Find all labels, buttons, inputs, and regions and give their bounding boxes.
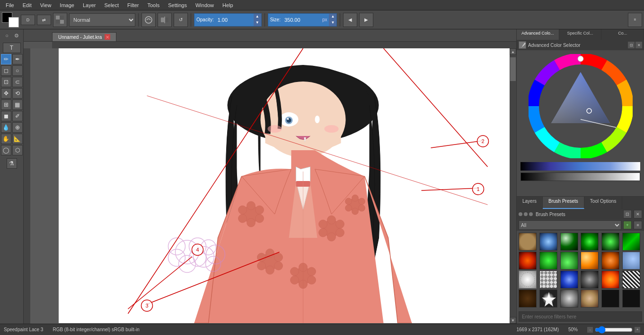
brush-cell-7[interactable] — [519, 252, 537, 270]
toolbar-pattern-btn[interactable] — [53, 13, 67, 27]
color-panel-float-btn[interactable]: ⊡ — [628, 42, 635, 48]
tab-layers[interactable]: Layers — [517, 197, 543, 209]
brush-add-btn[interactable]: + — [623, 221, 632, 229]
toolbar-stamp-btn[interactable] — [141, 13, 156, 27]
toolbar-extra-btn[interactable]: ≡ — [628, 13, 642, 27]
brush-cell-22[interactable] — [581, 290, 599, 308]
tool-shape[interactable]: ○ — [12, 65, 23, 76]
tool-transform[interactable]: ⟲ — [12, 88, 23, 99]
scroll-down-btn[interactable]: ▼ — [510, 317, 516, 324]
tool-move[interactable]: ✥ — [1, 88, 11, 99]
scroll-thumb-v[interactable] — [510, 57, 516, 81]
brush-cell-14[interactable] — [539, 271, 557, 289]
brush-cell-5[interactable] — [601, 233, 619, 251]
brush-cell-21[interactable] — [560, 290, 578, 308]
brush-cell-15[interactable] — [560, 271, 578, 289]
tool-select-rect[interactable]: ⊡ — [1, 77, 11, 87]
menu-window[interactable]: Window — [192, 1, 218, 9]
menu-settings[interactable]: Settings — [164, 1, 191, 9]
toolbox-icon-1[interactable]: ○ — [3, 31, 11, 40]
brush-cell-9[interactable] — [560, 252, 578, 270]
toolbar-mirror-h-btn[interactable] — [158, 13, 172, 27]
menu-image[interactable]: Image — [56, 1, 78, 9]
size-input[interactable]: 350.00 — [282, 17, 320, 23]
toolbox-icon-2[interactable]: ⚙ — [12, 31, 21, 40]
color-tab-specific[interactable]: Specific Col... — [559, 29, 602, 40]
blend-mode-select[interactable]: Normal — [69, 13, 135, 27]
brush-cell-11[interactable] — [601, 252, 619, 270]
menu-help[interactable]: Help — [219, 1, 237, 9]
vertical-scrollbar[interactable]: ▲ ▼ — [510, 48, 516, 324]
opacity-input[interactable]: 1.00 — [216, 17, 254, 23]
brush-cell-12[interactable] — [622, 252, 640, 270]
brush-cell-19[interactable] — [519, 290, 537, 308]
tool-gradient[interactable]: ▦ — [12, 100, 23, 110]
brush-cell-1[interactable] — [519, 233, 537, 251]
menu-view[interactable]: View — [36, 1, 55, 9]
brush-panel-float-btn[interactable]: ⊡ — [623, 210, 632, 218]
canvas-tab-active[interactable]: Unnamed - Juliet.kra ✕ — [52, 32, 116, 41]
menu-select[interactable]: Select — [100, 1, 123, 9]
toolbar-arrow-right-btn[interactable]: ▶ — [359, 13, 373, 27]
menu-filter[interactable]: Filter — [124, 1, 142, 9]
brush-cell-17[interactable] — [601, 271, 619, 289]
toolbar-arrow-left-btn[interactable]: ◀ — [343, 13, 357, 27]
tool-colorpick[interactable]: 💧 — [1, 122, 11, 133]
color-eyedropper-btn[interactable] — [519, 41, 526, 49]
tool-paint[interactable]: ✏ — [1, 54, 11, 64]
toolbar-swap-color-btn[interactable]: ⇄ — [37, 15, 51, 25]
zoom-in-btn[interactable]: + — [635, 327, 640, 333]
brush-cell-3[interactable] — [560, 233, 578, 251]
color-tab-other[interactable]: Co... — [601, 29, 644, 40]
canvas-wrapper[interactable]: 1 2 3 4 ▲ ▼ — [24, 48, 516, 324]
brush-filter-select[interactable]: All Basic Digital Ink — [519, 220, 621, 230]
size-up[interactable]: ▲ — [329, 14, 336, 20]
scroll-up-btn[interactable]: ▲ — [510, 48, 516, 55]
brush-cell-24[interactable] — [622, 290, 640, 308]
color-wheel[interactable] — [529, 54, 633, 158]
brush-cell-23[interactable] — [601, 290, 619, 308]
tool-crop[interactable]: ⊞ — [1, 100, 11, 110]
brush-cell-8[interactable] — [539, 252, 557, 270]
zoom-slider[interactable] — [595, 327, 633, 333]
color-tab-advanced[interactable]: Advanced Colo... — [517, 29, 559, 40]
menu-layer[interactable]: Layer — [79, 1, 100, 9]
zoom-out-btn[interactable]: - — [587, 327, 593, 333]
color-alpha-bar[interactable] — [520, 172, 640, 181]
brush-filter-input[interactable] — [519, 311, 642, 322]
tool-measure[interactable]: 📐 — [12, 134, 23, 144]
color-panel-close-btn[interactable]: ✕ — [635, 42, 642, 48]
tool-airbrush[interactable]: ✒ — [12, 54, 23, 64]
tool-select-lasso[interactable]: ⊂ — [12, 77, 23, 87]
color-wheel-area[interactable] — [517, 50, 644, 162]
brush-cell-6[interactable] — [622, 233, 640, 251]
tab-brush-presets[interactable]: Brush Presets — [543, 197, 584, 209]
tool-eyedropper[interactable]: ⚗ — [7, 158, 17, 169]
brush-cell-16[interactable] — [581, 271, 599, 289]
tool-poly-select[interactable]: ⬡ — [12, 145, 23, 155]
menu-tools[interactable]: Tools — [144, 1, 164, 9]
size-down[interactable]: ▼ — [329, 20, 336, 26]
toolbar-reset-color-btn[interactable]: D — [21, 15, 35, 25]
opacity-down[interactable]: ▼ — [254, 20, 261, 26]
tool-pen[interactable]: ✐ — [12, 111, 23, 121]
menu-file[interactable]: File — [2, 1, 18, 9]
opacity-up[interactable]: ▲ — [254, 14, 261, 20]
tool-eraser[interactable]: ◻ — [1, 65, 11, 76]
brush-cell-20[interactable] — [539, 290, 557, 308]
color-gradient-bar[interactable] — [520, 162, 640, 171]
brush-menu-btn[interactable]: ≡ — [634, 221, 642, 229]
tool-text[interactable]: T — [3, 43, 21, 53]
toolbar-refresh-btn[interactable]: ↺ — [174, 13, 188, 27]
brush-cell-2[interactable] — [539, 233, 557, 251]
brush-panel-close-btn[interactable]: ✕ — [634, 210, 642, 218]
tool-fill[interactable]: ◼ — [1, 111, 11, 121]
background-color[interactable] — [9, 17, 19, 27]
menu-edit[interactable]: Edit — [19, 1, 35, 9]
brush-cell-13[interactable] — [519, 271, 537, 289]
tab-tool-options[interactable]: Tool Options — [584, 197, 623, 209]
tool-ellipse-select[interactable]: ◯ — [1, 145, 11, 155]
brush-cell-18[interactable] — [622, 271, 640, 289]
brush-cell-10[interactable] — [581, 252, 599, 270]
canvas-tab-close[interactable]: ✕ — [105, 34, 110, 40]
